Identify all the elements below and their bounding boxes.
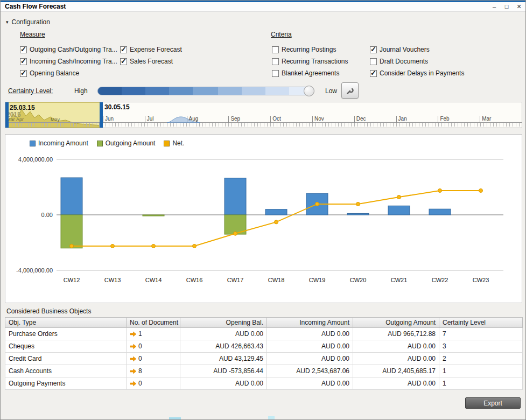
checkbox-blanket-agreements[interactable]: Blanket Agreements <box>272 69 370 77</box>
link-arrow-icon[interactable] <box>130 331 137 337</box>
checkbox-unchecked-icon[interactable] <box>272 70 279 77</box>
cell-obj-type[interactable]: Cash Accounts <box>5 365 127 377</box>
timeline-strip[interactable]: 2015 25.03.15 MarAprMay JunJulAugSepOctN… <box>5 102 522 128</box>
cell-outgoing-amount[interactable]: AUD 966,712.88 <box>353 328 439 340</box>
checkbox-consider-delays-in-payments[interactable]: Consider Delays in Payments <box>370 69 464 77</box>
cell-no-of-document[interactable]: 0 <box>127 353 180 365</box>
cell-incoming-amount[interactable]: AUD 0.00 <box>267 377 353 390</box>
checkbox-outgoing-cash-outgoing-tra[interactable]: Outgoing Cash/Outgoing Tra... <box>20 46 120 53</box>
checkbox-checked-icon[interactable] <box>20 58 27 65</box>
checkbox-unchecked-icon[interactable] <box>272 58 279 65</box>
checkbox-sales-forecast[interactable]: Sales Forecast <box>120 58 182 65</box>
legend-item-outgoing-amount: Outgoing Amount <box>97 139 156 147</box>
certainty-slider-thumb[interactable] <box>304 86 314 96</box>
column-header-opening-bal[interactable]: Opening Bal. <box>180 318 267 328</box>
cell-no-of-document[interactable]: 0 <box>127 377 180 390</box>
cell-certainty-level[interactable]: 2 <box>439 353 523 365</box>
cell-obj-type[interactable]: Outgoing Payments <box>5 377 127 390</box>
checkbox-checked-icon[interactable] <box>20 46 27 53</box>
checkbox-recurring-postings[interactable]: Recurring Postings <box>272 46 370 53</box>
checkbox-journal-vouchers[interactable]: Journal Vouchers <box>370 46 464 53</box>
settings-button[interactable] <box>341 82 359 99</box>
cell-opening-bal[interactable]: AUD 0.00 <box>180 328 267 340</box>
table-row-credit-card[interactable]: Credit Card0AUD 43,129.45AUD 0.00AUD 0.0… <box>5 353 523 365</box>
checkbox-checked-icon[interactable] <box>20 70 27 77</box>
certainty-slider-track[interactable] <box>97 87 313 95</box>
y-axis-label: -4,000,000.00 <box>16 267 53 274</box>
bar-incoming-amount-cw12[interactable] <box>61 178 82 215</box>
export-button[interactable]: Export <box>465 397 521 409</box>
forecast-density-area <box>167 116 200 123</box>
maximize-icon[interactable]: □ <box>503 3 510 11</box>
column-header-outgoing-amount[interactable]: Outgoing Amount <box>353 318 439 328</box>
cell-certainty-level[interactable]: 7 <box>439 328 523 340</box>
column-header-obj-type[interactable]: Obj. Type <box>5 318 127 328</box>
timeline-month-label: Nov <box>312 116 354 123</box>
checkbox-recurring-transactions[interactable]: Recurring Transactions <box>272 58 370 65</box>
checkbox-unchecked-icon[interactable] <box>370 58 377 65</box>
cell-no-of-document[interactable]: 8 <box>127 365 180 377</box>
cell-outgoing-amount[interactable]: AUD 0.00 <box>353 377 439 390</box>
bar-incoming-amount-cw18[interactable] <box>265 209 287 215</box>
table-row-outgoing-payments[interactable]: Outgoing Payments0AUD 0.00AUD 0.00AUD 0.… <box>5 377 523 390</box>
cell-outgoing-amount[interactable]: AUD 0.00 <box>353 340 439 353</box>
selection-end-handle[interactable] <box>100 102 103 128</box>
checkbox-opening-balance[interactable]: Opening Balance <box>20 69 120 77</box>
link-arrow-icon[interactable] <box>130 356 137 362</box>
net-point-cw12 <box>70 244 74 248</box>
cell-certainty-level[interactable]: 1 <box>439 365 523 377</box>
checkbox-checked-icon[interactable] <box>120 46 127 53</box>
cell-outgoing-amount[interactable]: AUD 2,405,685.17 <box>353 365 439 377</box>
checkbox-unchecked-icon[interactable] <box>272 46 279 53</box>
timeline-month-label: Feb <box>438 116 480 123</box>
cell-certainty-level[interactable]: 3 <box>439 340 523 353</box>
cell-obj-type[interactable]: Credit Card <box>5 353 127 365</box>
cell-obj-type[interactable]: Cheques <box>5 340 127 353</box>
cell-opening-bal[interactable]: AUD 43,129.45 <box>180 353 267 365</box>
table-row-cash-accounts[interactable]: Cash Accounts8AUD -573,856.44AUD 2,543,6… <box>5 365 523 377</box>
checkbox-checked-icon[interactable] <box>370 70 377 77</box>
bar-outgoing-amount-cw14[interactable] <box>143 215 164 216</box>
bar-incoming-amount-cw21[interactable] <box>388 206 410 215</box>
cell-opening-bal[interactable]: AUD -573,856.44 <box>180 365 267 377</box>
selection-start-handle[interactable] <box>5 102 9 128</box>
bar-outgoing-amount-cw12[interactable] <box>61 215 82 248</box>
cell-no-of-document[interactable]: 0 <box>127 340 180 353</box>
cell-outgoing-amount[interactable]: AUD 0.00 <box>353 353 439 365</box>
checkbox-checked-icon[interactable] <box>370 46 377 53</box>
cell-incoming-amount[interactable]: AUD 0.00 <box>267 353 353 365</box>
link-arrow-icon[interactable] <box>130 368 137 374</box>
cell-opening-bal[interactable]: AUD 0.00 <box>180 377 267 390</box>
column-header-incoming-amount[interactable]: Incoming Amount <box>267 318 353 328</box>
checkbox-incoming-cash-incoming-tra[interactable]: Incoming Cash/Incoming Tra... <box>20 58 120 65</box>
certainty-level-label: Certainty Level: <box>8 87 53 95</box>
table-row-cheques[interactable]: Cheques0AUD 426,663.43AUD 0.00AUD 0.003 <box>5 340 523 353</box>
x-axis-label: CW12 <box>64 277 80 283</box>
cell-incoming-amount[interactable]: AUD 0.00 <box>267 328 353 340</box>
link-arrow-icon[interactable] <box>130 344 137 349</box>
legend-swatch <box>30 141 36 146</box>
close-icon[interactable]: ✕ <box>516 3 522 11</box>
column-header-certainty-level[interactable]: Certainty Level <box>439 318 523 328</box>
bar-incoming-amount-cw20[interactable] <box>347 213 369 215</box>
cell-incoming-amount[interactable]: AUD 2,543,687.06 <box>267 365 353 377</box>
bar-incoming-amount-cw22[interactable] <box>429 209 451 215</box>
table-row-purchase-orders[interactable]: Purchase Orders1AUD 0.00AUD 0.00AUD 966,… <box>5 328 523 340</box>
column-header-no-of-document[interactable]: No. of Document <box>127 318 180 328</box>
checkbox-expense-forecast[interactable]: Expense Forecast <box>120 46 182 53</box>
link-arrow-icon[interactable] <box>130 381 137 387</box>
minimize-icon[interactable]: – <box>491 3 497 11</box>
cell-obj-type[interactable]: Purchase Orders <box>5 328 127 340</box>
cell-certainty-level[interactable]: 1 <box>439 377 523 390</box>
x-axis-label: CW17 <box>227 277 244 283</box>
bar-incoming-amount-cw17[interactable] <box>225 178 246 215</box>
checkbox-label: Expense Forecast <box>130 46 182 53</box>
cell-no-of-document[interactable]: 1 <box>127 328 180 340</box>
cell-incoming-amount[interactable]: AUD 0.00 <box>267 340 353 353</box>
checkbox-draft-documents[interactable]: Draft Documents <box>370 58 464 65</box>
x-axis-label: CW23 <box>473 277 489 283</box>
cell-opening-bal[interactable]: AUD 426,663.43 <box>180 340 267 353</box>
checkbox-checked-icon[interactable] <box>120 58 127 65</box>
configuration-toggle[interactable]: ▾ Configuration <box>6 18 50 26</box>
cash-flow-chart[interactable]: 4,000,000.000.00-4,000,000.00CW12CW13CW1… <box>5 153 522 288</box>
